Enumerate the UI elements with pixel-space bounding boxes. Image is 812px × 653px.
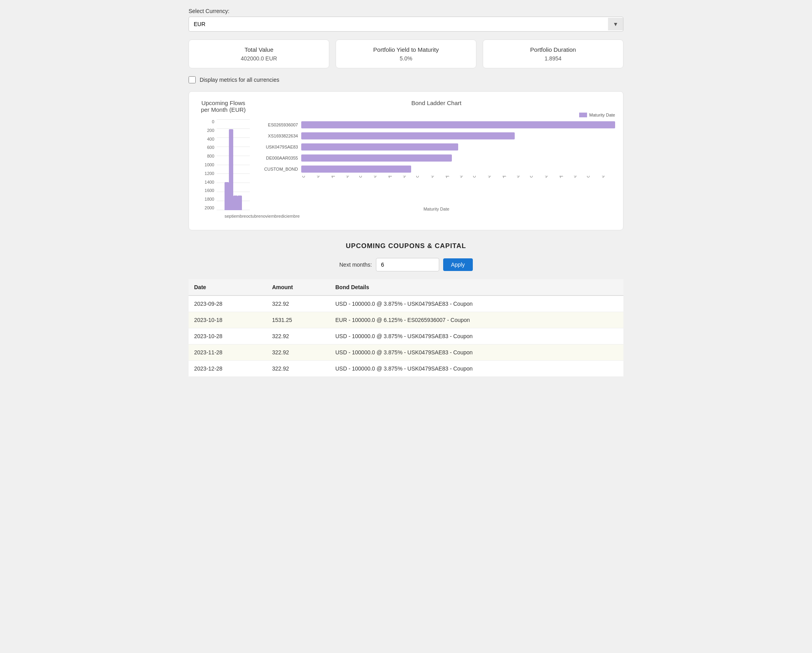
total-value-title: Total Value	[195, 46, 323, 53]
total-value-card: Total Value 402000.0 EUR	[189, 40, 329, 68]
table-cell-details: EUR - 100000.0 @ 6.125% - ES0265936007 -…	[330, 312, 623, 328]
currency-select-wrapper: EUR USD GBP ▼	[189, 17, 623, 32]
table-cell-date: 2023-09-28	[189, 295, 266, 312]
portfolio-yield-title: Portfolio Yield to Maturity	[342, 46, 470, 53]
table-cell-date: 2023-10-28	[189, 328, 266, 344]
table-row: 2023-11-28322.92USD - 100000.0 @ 3.875% …	[189, 344, 623, 361]
ladder-label-es: ES0265936007	[258, 122, 301, 127]
ladder-bar-custom	[301, 166, 411, 173]
ladder-rows: ES0265936007 XS1693822634 USK0479SAE83	[258, 120, 615, 173]
ladder-xaxis-container: Oct 2023 Jan 2024 Apr 2024 Jul 2024 Oct …	[301, 176, 615, 196]
display-metrics-checkbox[interactable]	[189, 76, 196, 83]
bar-octubre	[229, 129, 233, 210]
col-date: Date	[189, 279, 266, 295]
table-row: 2023-10-181531.25EUR - 100000.0 @ 6.125%…	[189, 312, 623, 328]
table-cell-details: USD - 100000.0 @ 3.875% - USK0479SAE83 -…	[330, 344, 623, 361]
ladder-track-xs	[301, 132, 615, 139]
table-cell-details: USD - 100000.0 @ 3.875% - USK0479SAE83 -…	[330, 361, 623, 377]
charts-section: Upcoming Flows per Month (EUR) 2000 1800…	[189, 91, 623, 230]
ladder-xaxis: Oct 2023 Jan 2024 Apr 2024 Jul 2024 Oct …	[301, 176, 615, 180]
bar-label-oct: octubre	[246, 214, 261, 218]
portfolio-duration-title: Portfolio Duration	[489, 46, 617, 53]
filter-label: Next months:	[339, 262, 372, 268]
ladder-label-custom: CUSTOM_BOND	[258, 167, 301, 171]
ladder-label-de: DE000AAR0355	[258, 156, 301, 160]
display-metrics-row: Display metrics for all currencies	[189, 76, 623, 83]
coupons-title: UPCOMING COUPONS & CAPITAL	[189, 242, 623, 250]
bar-chart-title: Upcoming Flows per Month (EUR)	[197, 100, 250, 113]
ladder-label-xs: XS1693822634	[258, 134, 301, 138]
table-row: 2023-09-28322.92USD - 100000.0 @ 3.875% …	[189, 295, 623, 312]
bars-area	[217, 119, 250, 210]
metrics-row: Total Value 402000.0 EUR Portfolio Yield…	[189, 40, 623, 68]
col-amount: Amount	[266, 279, 330, 295]
ladder-row-usk: USK0479SAE83	[258, 143, 615, 151]
ladder-row-xs: XS1693822634	[258, 132, 615, 140]
ladder-track-custom	[301, 166, 615, 173]
ladder-track-es	[301, 121, 615, 128]
legend-swatch	[579, 113, 587, 117]
portfolio-duration-card: Portfolio Duration 1.8954	[483, 40, 623, 68]
ladder-bar-de	[301, 154, 452, 162]
bars-labels: septiembre octubre noviembre diciembre	[217, 210, 250, 222]
total-value-value: 402000.0 EUR	[195, 55, 323, 62]
coupons-header-row: Date Amount Bond Details	[189, 279, 623, 295]
currency-section: Select Currency: EUR USD GBP ▼	[189, 8, 623, 32]
bar-chart-container: Upcoming Flows per Month (EUR) 2000 1800…	[197, 100, 250, 222]
table-cell-amount: 322.92	[266, 344, 330, 361]
portfolio-yield-value: 5.0%	[342, 55, 470, 62]
bar-septiembre	[225, 182, 229, 210]
bar-label-dic: diciembre	[281, 214, 300, 218]
display-metrics-label: Display metrics for all currencies	[200, 77, 279, 83]
table-cell-amount: 1531.25	[266, 312, 330, 328]
ladder-bar-xs	[301, 132, 515, 139]
table-row: 2023-10-28322.92USD - 100000.0 @ 3.875% …	[189, 328, 623, 344]
bar-noviembre	[233, 196, 238, 210]
coupons-table-body: 2023-09-28322.92USD - 100000.0 @ 3.875% …	[189, 295, 623, 377]
table-cell-amount: 322.92	[266, 328, 330, 344]
ladder-chart-title: Bond Ladder Chart	[258, 100, 615, 106]
table-cell-date: 2023-12-28	[189, 361, 266, 377]
ladder-label-usk: USK0479SAE83	[258, 145, 301, 149]
bar-label-nov: noviembre	[261, 214, 281, 218]
table-cell-details: USD - 100000.0 @ 3.875% - USK0479SAE83 -…	[330, 328, 623, 344]
coupons-table: Date Amount Bond Details 2023-09-28322.9…	[189, 279, 623, 377]
bar-diciembre	[238, 196, 242, 210]
coupons-table-head: Date Amount Bond Details	[189, 279, 623, 295]
currency-dropdown-btn[interactable]: ▼	[608, 18, 623, 30]
portfolio-duration-value: 1.8954	[489, 55, 617, 62]
coupons-section: UPCOMING COUPONS & CAPITAL Next months: …	[189, 242, 623, 377]
ladder-chart: Bond Ladder Chart Maturity Date ES026593…	[258, 100, 615, 222]
ladder-row-es: ES0265936007	[258, 120, 615, 129]
table-cell-amount: 322.92	[266, 361, 330, 377]
table-cell-date: 2023-11-28	[189, 344, 266, 361]
apply-button[interactable]: Apply	[443, 258, 473, 271]
ladder-bar-es	[301, 121, 615, 128]
ladder-legend: Maturity Date	[258, 113, 615, 117]
ladder-row-custom: CUSTOM_BOND	[258, 165, 615, 173]
currency-label: Select Currency:	[189, 8, 623, 14]
table-cell-date: 2023-10-18	[189, 312, 266, 328]
currency-select[interactable]: EUR USD GBP	[189, 17, 608, 31]
ladder-bar-usk	[301, 143, 458, 151]
col-bond-details: Bond Details	[330, 279, 623, 295]
ladder-track-usk	[301, 143, 615, 151]
coupons-filter: Next months: Apply	[189, 258, 623, 271]
legend-label: Maturity Date	[589, 113, 615, 117]
table-cell-details: USD - 100000.0 @ 3.875% - USK0479SAE83 -…	[330, 295, 623, 312]
ladder-xlabel: Maturity Date	[258, 207, 615, 211]
table-row: 2023-12-28322.92USD - 100000.0 @ 3.875% …	[189, 361, 623, 377]
portfolio-yield-card: Portfolio Yield to Maturity 5.0%	[336, 40, 476, 68]
ladder-row-de: DE000AAR0355	[258, 154, 615, 162]
bar-label-sep: septiembre	[225, 214, 246, 218]
filter-input[interactable]	[376, 258, 439, 271]
ladder-track-de	[301, 154, 615, 162]
bar-chart-yaxis: 2000 1800 1600 1400 1200 1000 800 600 40…	[197, 119, 217, 210]
table-cell-amount: 322.92	[266, 295, 330, 312]
